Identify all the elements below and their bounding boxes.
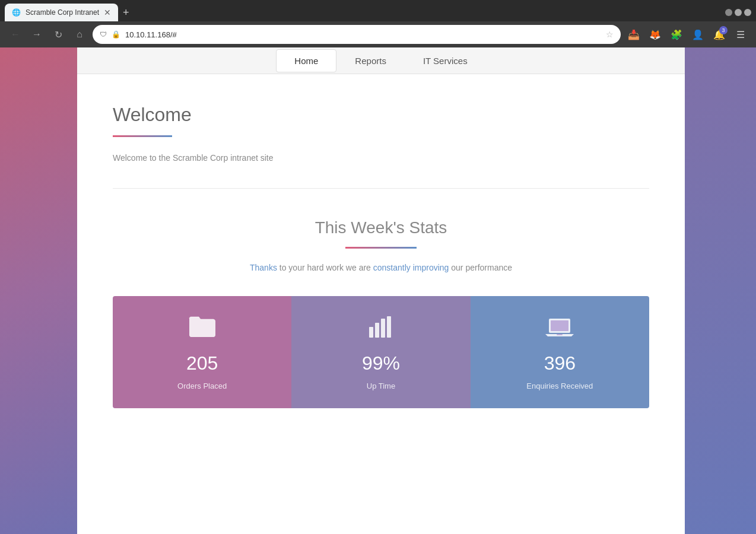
tab-bar: 🌐 Scramble Corp Intranet ✕ + [0,0,756,21]
left-sidebar [0,47,77,534]
nav-tabs: Home Reports IT Services [276,49,485,72]
pocket-icon[interactable]: 📥 [625,26,642,43]
page-wrapper: Home Reports IT Services Welcome Welcome… [0,47,756,534]
home-button[interactable]: ⌂ [71,26,88,43]
welcome-divider [113,135,172,137]
svg-rect-3 [387,316,391,338]
forward-button[interactable]: → [28,26,45,43]
nav-tab-home[interactable]: Home [276,49,336,72]
svg-rect-1 [375,323,379,338]
nav-bar: Home Reports IT Services [77,47,685,74]
right-sidebar [685,47,756,534]
chart-icon [367,314,395,345]
back-button[interactable]: ← [7,26,24,43]
orders-label: Orders Placed [177,382,227,390]
stats-cards: 205 Orders Placed 99% Up Time [113,296,649,408]
welcome-section: Welcome Welcome to the Scramble Corp int… [77,74,685,188]
stats-subtitle: Thanks to your hard work we are constant… [113,263,649,272]
svg-rect-2 [381,319,385,338]
browser-toolbar: ← → ↻ ⌂ 🛡 🔒 10.10.11.168/# ☆ 📥 🦊 🧩 👤 🔔 3… [0,21,756,47]
tab-favicon: 🌐 [12,8,21,17]
uptime-label: Up Time [367,382,395,390]
uptime-value: 99% [362,352,400,374]
window-minimize-button[interactable] [725,9,732,16]
stats-subtitle-highlight2: constantly improving [373,263,449,272]
stats-subtitle-text: to your hard work we are [279,263,373,272]
menu-icon[interactable]: ☰ [732,26,749,43]
nav-tab-it-services[interactable]: IT Services [405,49,486,72]
stats-subtitle-text2: our performance [451,263,512,272]
nav-tab-reports[interactable]: Reports [336,49,405,72]
extensions-icon[interactable]: 🧩 [668,26,685,43]
stats-divider [345,247,417,249]
bookmark-star-icon[interactable]: ☆ [606,30,614,39]
tab-title: Scramble Corp Intranet [26,8,99,17]
address-bar[interactable]: 🛡 🔒 10.10.11.168/# ☆ [93,25,621,44]
stat-card-uptime: 99% Up Time [291,296,470,408]
browser-tab-active[interactable]: 🌐 Scramble Corp Intranet ✕ [5,4,118,21]
new-tab-button[interactable]: + [123,7,129,19]
svg-rect-0 [369,327,373,338]
enquiries-label: Enquiries Received [526,382,593,390]
folder-icon [188,314,217,345]
svg-rect-5 [551,320,568,331]
stats-subtitle-highlight: Thanks [250,263,277,272]
tab-close-button[interactable]: ✕ [104,8,111,17]
welcome-title: Welcome [113,104,649,126]
stats-section: This Week's Stats Thanks to your hard wo… [77,189,685,444]
notifications-icon[interactable]: 🔔 3 [711,26,728,43]
browser-chrome: 🌐 Scramble Corp Intranet ✕ + ← → ↻ ⌂ 🛡 🔒… [0,0,756,47]
svg-rect-6 [557,334,563,335]
orders-value: 205 [186,352,218,374]
laptop-icon [544,314,575,345]
window-maximize-button[interactable] [735,9,742,16]
main-content: Home Reports IT Services Welcome Welcome… [77,47,685,534]
refresh-button[interactable]: ↻ [50,26,66,43]
lock-icon: 🔒 [112,30,120,39]
window-close-button[interactable] [744,9,751,16]
security-icon: 🛡 [100,30,107,39]
stat-card-enquiries: 396 Enquiries Received [471,296,649,408]
window-controls [725,9,751,16]
url-text: 10.10.11.168/# [125,30,601,39]
welcome-body: Welcome to the Scramble Corp intranet si… [113,151,649,164]
stat-card-orders: 205 Orders Placed [113,296,291,408]
extension-icon[interactable]: 🦊 [647,26,663,43]
enquiries-value: 396 [544,352,576,374]
stats-title: This Week's Stats [113,218,649,237]
browser-actions: 📥 🦊 🧩 👤 🔔 3 ☰ [625,26,749,43]
profile-icon[interactable]: 👤 [690,26,706,43]
